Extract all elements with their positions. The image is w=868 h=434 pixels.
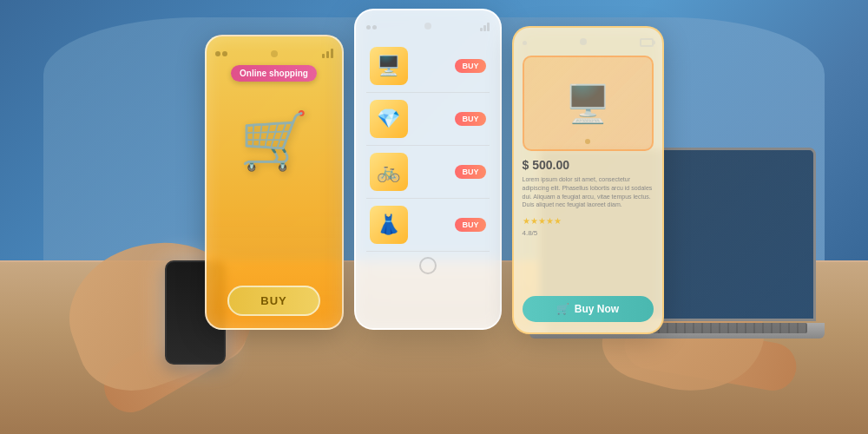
product-rating: 4.8/5 bbox=[523, 229, 654, 237]
screen-product-detail: 🖥️ $ 500.00 Lorem ipsum dolor sit amet, … bbox=[512, 26, 664, 334]
product-item-bike: 🚲 BUY bbox=[366, 146, 490, 199]
product-icon-monitor: 🖥️ bbox=[370, 47, 408, 85]
product-image-container: 🖥️ bbox=[523, 56, 654, 151]
screen2-home-btn[interactable] bbox=[419, 257, 437, 274]
buy-badge-dress[interactable]: BUY bbox=[455, 218, 485, 232]
product-icon-jewelry: 💎 bbox=[370, 100, 408, 138]
cart-icon-large: 🛒 bbox=[240, 113, 309, 168]
product-description: Lorem ipsum dolor sit amet, consectetur … bbox=[523, 175, 654, 209]
cart-icon-buy-now: 🛒 bbox=[556, 303, 569, 315]
screen3-status-bar bbox=[523, 38, 654, 47]
product-icon-bike: 🚲 bbox=[370, 153, 408, 191]
buy-now-label: Buy Now bbox=[575, 303, 619, 315]
buy-badge-monitor[interactable]: BUY bbox=[455, 59, 485, 73]
product-icon-dress: 👗 bbox=[370, 206, 408, 244]
product-price: $ 500.00 bbox=[523, 158, 654, 172]
buy-badge-bike[interactable]: BUY bbox=[455, 165, 485, 179]
buy-badge-jewelry[interactable]: BUY bbox=[455, 112, 485, 126]
product-navigation-dot bbox=[585, 139, 590, 144]
floating-screens-container: Online shopping 🛒 BUY 🖥️ BUY 💎 BUY bbox=[122, 9, 746, 339]
online-shopping-badge: Online shopping bbox=[231, 65, 317, 82]
monitor-icon-large: 🖥️ bbox=[565, 82, 610, 125]
product-item-dress: 👗 BUY bbox=[366, 199, 490, 252]
screen1-status-bar bbox=[215, 49, 333, 58]
screen1-camera bbox=[271, 50, 278, 57]
buy-button-screen1[interactable]: BUY bbox=[227, 286, 319, 316]
screen-shopping-cart: Online shopping 🛒 BUY bbox=[205, 35, 344, 330]
screen2-status-bar bbox=[366, 23, 490, 31]
buy-now-button[interactable]: 🛒 Buy Now bbox=[523, 296, 654, 322]
screen-product-list: 🖥️ BUY 💎 BUY 🚲 BUY 👗 BUY bbox=[354, 9, 502, 330]
product-item-jewelry: 💎 BUY bbox=[366, 93, 490, 146]
product-stars: ★★★★★ bbox=[523, 216, 654, 226]
product-item-monitor: 🖥️ BUY bbox=[366, 40, 490, 93]
